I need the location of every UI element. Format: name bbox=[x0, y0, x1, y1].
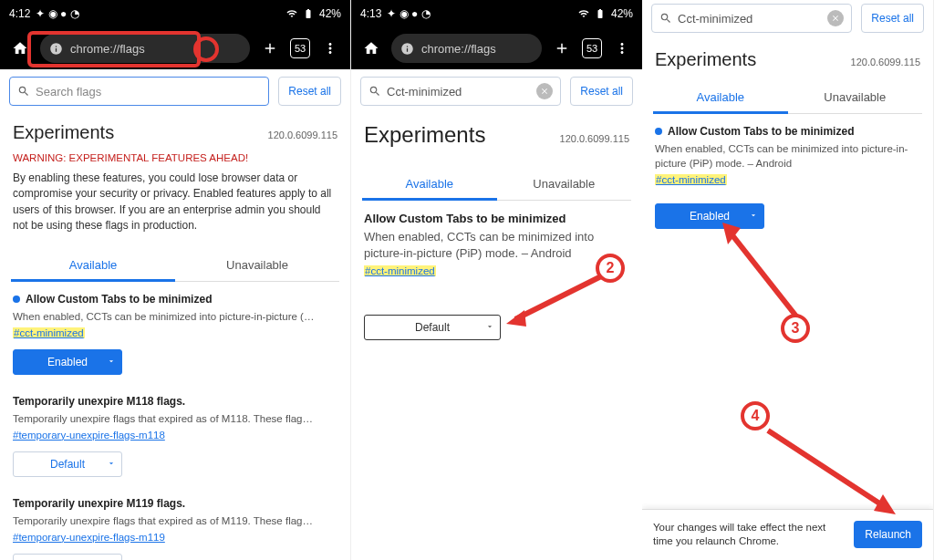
search-placeholder: Search flags bbox=[36, 85, 101, 99]
flag-title: Allow Custom Tabs to be minimized bbox=[26, 293, 212, 306]
tab-unavailable[interactable]: Unavailable bbox=[788, 81, 923, 113]
svg-line-4 bbox=[768, 430, 887, 508]
svg-line-2 bbox=[729, 231, 797, 317]
reset-all-button[interactable]: Reset all bbox=[861, 4, 924, 33]
clear-search-button[interactable] bbox=[536, 83, 553, 99]
status-battery: 42% bbox=[319, 7, 341, 20]
page-title: Experiments bbox=[364, 122, 485, 148]
search-value: Cct-minimized bbox=[387, 85, 462, 99]
flag-description: When enabled, CCTs can be minimized into… bbox=[364, 229, 629, 262]
flag-title: Allow Custom Tabs to be minimized bbox=[364, 212, 629, 225]
flag-select[interactable]: Default bbox=[13, 451, 122, 477]
relaunch-bar: Your changes will take effect the next t… bbox=[642, 509, 933, 560]
version-label: 120.0.6099.115 bbox=[268, 130, 337, 140]
tab-count[interactable]: 53 bbox=[290, 38, 310, 58]
version-label: 120.0.6099.115 bbox=[560, 133, 629, 144]
flag-description: When enabled, CCTs can be minimized into… bbox=[13, 309, 337, 324]
tab-available[interactable]: Available bbox=[11, 249, 175, 281]
url-text: chrome://flags bbox=[70, 42, 145, 56]
flag-select[interactable]: Default bbox=[13, 554, 122, 560]
flag-item: Temporarily unexpire M119 flags. Tempora… bbox=[0, 486, 350, 560]
flag-select[interactable]: Enabled bbox=[655, 203, 764, 229]
status-time: 4:12 bbox=[9, 7, 30, 20]
flag-anchor-link[interactable]: #temporary-unexpire-flags-m118 bbox=[13, 430, 165, 441]
tab-count[interactable]: 53 bbox=[582, 38, 602, 58]
search-icon bbox=[659, 12, 672, 25]
status-time: 4:13 bbox=[360, 7, 381, 20]
flag-anchor-link[interactable]: #temporary-unexpire-flags-m119 bbox=[13, 532, 165, 543]
panel-1: 4:12 ✦ ◉ ● ◔ 42% chrome://flags 53 Searc… bbox=[0, 0, 351, 560]
flag-anchor-link[interactable]: #cct-minimized bbox=[364, 265, 436, 276]
description-text: By enabling these features, you could lo… bbox=[0, 171, 350, 244]
clear-search-button[interactable] bbox=[827, 10, 844, 26]
panel-3: Cct-minimized Reset all Experiments 120.… bbox=[642, 0, 934, 560]
chrome-toolbar: chrome://flags 53 bbox=[351, 27, 642, 69]
status-bar: 4:13 ✦ ◉ ● ◔ 42% bbox=[351, 0, 642, 27]
enabled-dot-icon bbox=[655, 128, 662, 135]
reset-all-button[interactable]: Reset all bbox=[570, 77, 633, 106]
search-flags-input[interactable]: Cct-minimized bbox=[651, 4, 852, 33]
status-battery: 42% bbox=[611, 7, 633, 20]
flag-item: Allow Custom Tabs to be minimized When e… bbox=[351, 201, 642, 349]
annotation-step-3: 3 bbox=[781, 314, 810, 343]
panel-2: 4:13 ✦ ◉ ● ◔ 42% chrome://flags 53 Cct-m… bbox=[351, 0, 642, 560]
battery-icon bbox=[595, 8, 606, 19]
flag-description: Temporarily unexpire flags that expired … bbox=[13, 411, 337, 426]
chevron-down-icon bbox=[107, 356, 116, 368]
relaunch-message: Your changes will take effect the next t… bbox=[653, 521, 845, 549]
page-title: Experiments bbox=[655, 49, 756, 70]
search-flags-input[interactable]: Search flags bbox=[9, 77, 269, 106]
flag-anchor-link[interactable]: #cct-minimized bbox=[655, 174, 727, 185]
menu-button[interactable] bbox=[609, 40, 635, 57]
flag-select[interactable]: Enabled bbox=[13, 349, 122, 375]
chevron-down-icon bbox=[107, 458, 116, 471]
relaunch-button[interactable]: Relaunch bbox=[854, 521, 922, 548]
enabled-dot-icon bbox=[13, 296, 20, 303]
url-bar[interactable]: chrome://flags bbox=[391, 34, 542, 63]
annotation-step-4: 4 bbox=[741, 401, 770, 430]
info-icon bbox=[49, 42, 63, 56]
chrome-toolbar: chrome://flags 53 bbox=[0, 27, 350, 69]
flag-title: Temporarily unexpire M118 flags. bbox=[13, 395, 337, 408]
new-tab-button[interactable] bbox=[257, 40, 283, 57]
chevron-down-icon bbox=[749, 210, 758, 223]
flag-title: Temporarily unexpire M119 flags. bbox=[13, 497, 337, 510]
tabs: Available Unavailable bbox=[11, 249, 339, 282]
info-icon bbox=[400, 42, 414, 56]
status-icons: ✦ ◉ ● ◔ bbox=[36, 7, 78, 20]
new-tab-button[interactable] bbox=[549, 40, 575, 57]
flag-select[interactable]: Default bbox=[364, 315, 501, 340]
menu-button[interactable] bbox=[317, 40, 343, 57]
search-flags-input[interactable]: Cct-minimized bbox=[360, 77, 561, 106]
home-button[interactable] bbox=[7, 40, 33, 57]
tab-unavailable[interactable]: Unavailable bbox=[497, 168, 632, 200]
search-icon bbox=[368, 85, 381, 98]
warning-text: WARNING: EXPERIMENTAL FEATURES AHEAD! bbox=[0, 149, 350, 171]
reset-all-button[interactable]: Reset all bbox=[278, 77, 341, 106]
battery-icon bbox=[303, 8, 314, 19]
search-value: Cct-minimized bbox=[678, 12, 752, 26]
url-bar[interactable]: chrome://flags bbox=[40, 34, 250, 63]
flag-item: Allow Custom Tabs to be minimized When e… bbox=[0, 282, 350, 384]
tab-available[interactable]: Available bbox=[653, 81, 788, 113]
version-label: 120.0.6099.115 bbox=[851, 57, 920, 67]
annotation-arrow-4 bbox=[759, 421, 905, 522]
wifi-icon bbox=[286, 8, 297, 19]
tab-unavailable[interactable]: Unavailable bbox=[175, 249, 339, 281]
tab-available[interactable]: Available bbox=[362, 168, 497, 200]
flag-title: Allow Custom Tabs to be minimized bbox=[668, 125, 854, 138]
page-title: Experiments bbox=[13, 122, 114, 143]
tabs: Available Unavailable bbox=[362, 168, 631, 201]
flag-description: When enabled, CCTs can be minimized into… bbox=[655, 141, 920, 171]
search-icon bbox=[17, 85, 30, 98]
flag-item: Allow Custom Tabs to be minimized When e… bbox=[642, 114, 933, 238]
status-bar: 4:12 ✦ ◉ ● ◔ 42% bbox=[0, 0, 350, 27]
flag-item: Temporarily unexpire M118 flags. Tempora… bbox=[0, 384, 350, 486]
chevron-down-icon bbox=[485, 321, 494, 334]
wifi-icon bbox=[578, 8, 589, 19]
flag-anchor-link[interactable]: #cct-minimized bbox=[13, 327, 85, 338]
url-text: chrome://flags bbox=[421, 42, 496, 56]
home-button[interactable] bbox=[358, 40, 384, 57]
status-icons: ✦ ◉ ● ◔ bbox=[387, 7, 430, 20]
flag-description: Temporarily unexpire flags that expired … bbox=[13, 513, 337, 528]
